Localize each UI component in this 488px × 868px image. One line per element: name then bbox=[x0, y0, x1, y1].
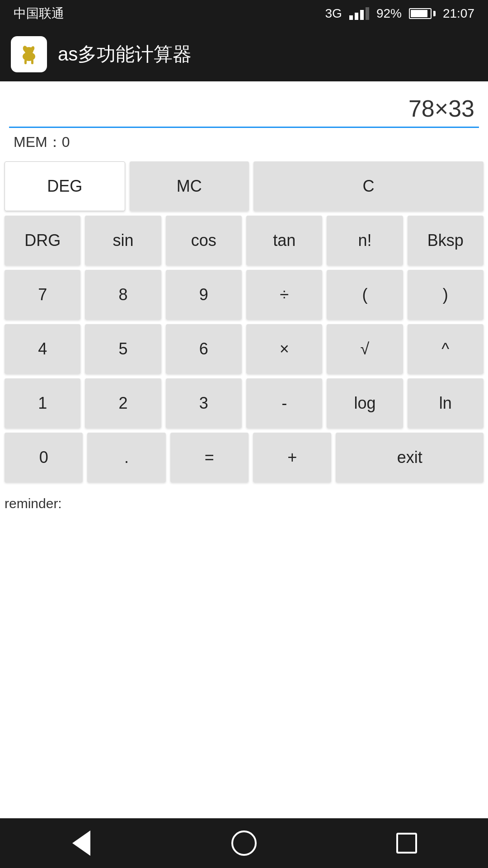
plus-button[interactable]: + bbox=[253, 433, 331, 482]
row-1: DRG sin cos tan n! Bksp bbox=[5, 216, 483, 265]
7-button[interactable]: 7 bbox=[5, 270, 80, 320]
reminder-label: reminder: bbox=[0, 487, 488, 520]
rparen-button[interactable]: ) bbox=[408, 270, 483, 320]
5-button[interactable]: 5 bbox=[85, 324, 161, 374]
status-bar: 中国联通 3G 92% 21:07 bbox=[0, 0, 488, 27]
deg-button[interactable]: DEG bbox=[5, 161, 125, 211]
row-5: 0 . = + exit bbox=[5, 433, 483, 482]
row-2: 7 8 9 ÷ ( ) bbox=[5, 270, 483, 320]
equals-button[interactable]: = bbox=[170, 433, 249, 482]
battery-icon bbox=[409, 8, 436, 19]
app-title: as多功能计算器 bbox=[58, 42, 192, 67]
carrier-label: 中国联通 bbox=[14, 5, 64, 22]
row-3: 4 5 6 × √ ^ bbox=[5, 324, 483, 374]
home-icon bbox=[231, 830, 257, 856]
9-button[interactable]: 9 bbox=[166, 270, 242, 320]
power-button[interactable]: ^ bbox=[408, 324, 483, 374]
4-button[interactable]: 4 bbox=[5, 324, 80, 374]
recent-icon bbox=[396, 833, 417, 854]
ln-button[interactable]: ln bbox=[408, 378, 483, 428]
multiply-button[interactable]: × bbox=[246, 324, 322, 374]
calculator-grid: DEG MC C DRG sin cos tan n! Bksp 7 8 9 ÷… bbox=[0, 157, 488, 487]
time-label: 21:07 bbox=[443, 6, 474, 21]
back-button[interactable] bbox=[66, 827, 97, 859]
home-button[interactable] bbox=[228, 827, 260, 859]
svg-rect-6 bbox=[31, 60, 33, 64]
row-0: DEG MC C bbox=[5, 161, 483, 211]
1-button[interactable]: 1 bbox=[5, 378, 80, 428]
log-button[interactable]: log bbox=[327, 378, 403, 428]
drg-button[interactable]: DRG bbox=[5, 216, 80, 265]
3-button[interactable]: 3 bbox=[166, 378, 242, 428]
minus-button[interactable]: - bbox=[246, 378, 322, 428]
exit-button[interactable]: exit bbox=[336, 433, 483, 482]
backspace-button[interactable]: Bksp bbox=[408, 216, 483, 265]
2-button[interactable]: 2 bbox=[85, 378, 161, 428]
app-bar: as多功能计算器 bbox=[0, 27, 488, 81]
svg-rect-5 bbox=[24, 60, 27, 64]
factorial-button[interactable]: n! bbox=[327, 216, 403, 265]
back-icon bbox=[72, 830, 90, 856]
row-4: 1 2 3 - log ln bbox=[5, 378, 483, 428]
cos-button[interactable]: cos bbox=[166, 216, 242, 265]
sin-button[interactable]: sin bbox=[85, 216, 161, 265]
expression-input[interactable] bbox=[9, 90, 479, 128]
lparen-button[interactable]: ( bbox=[327, 270, 403, 320]
puma-logo-icon bbox=[15, 41, 42, 68]
status-right: 3G 92% 21:07 bbox=[325, 6, 474, 21]
divide-button[interactable]: ÷ bbox=[246, 270, 322, 320]
signal-icon bbox=[349, 7, 369, 20]
8-button[interactable]: 8 bbox=[85, 270, 161, 320]
6-button[interactable]: 6 bbox=[166, 324, 242, 374]
app-icon bbox=[11, 36, 47, 72]
bottom-nav bbox=[0, 818, 488, 868]
c-button[interactable]: C bbox=[253, 161, 483, 211]
battery-label: 92% bbox=[376, 6, 402, 21]
0-button[interactable]: 0 bbox=[5, 433, 83, 482]
dot-button[interactable]: . bbox=[87, 433, 165, 482]
sqrt-button[interactable]: √ bbox=[327, 324, 403, 374]
display-area: MEM：0 bbox=[0, 81, 488, 157]
tan-button[interactable]: tan bbox=[246, 216, 322, 265]
network-label: 3G bbox=[325, 6, 342, 21]
recent-button[interactable] bbox=[391, 827, 422, 859]
mc-button[interactable]: MC bbox=[130, 161, 249, 211]
mem-display: MEM：0 bbox=[9, 128, 479, 157]
